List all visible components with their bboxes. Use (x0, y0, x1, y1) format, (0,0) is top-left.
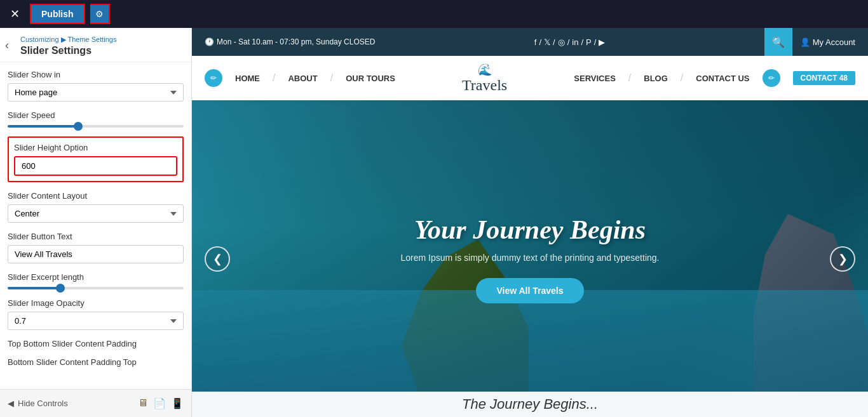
clock-icon: 🕐 (205, 37, 214, 46)
breadcrumb-theme: Theme Settings (67, 36, 116, 43)
website-social-icons: f / 𝕏 / ◎ / in / P / ▶ (534, 37, 606, 47)
social-sep4: / (581, 37, 583, 47)
slider-content-layout-select[interactable]: Center (8, 204, 184, 223)
nav-sep4: / (681, 72, 683, 84)
slider-height-input[interactable] (14, 156, 177, 176)
top-bottom-padding-label: Top Bottom Slider Content Padding (8, 339, 184, 348)
sidebar-footer: ◀ Hide Controls 🖥 📄 📱 (0, 389, 191, 417)
top-bottom-padding-group: Top Bottom Slider Content Padding (8, 339, 184, 348)
slider-excerpt-label: Slider Excerpt length (8, 272, 184, 282)
slider-content-layout-group: Slider Content Layout Center (8, 191, 184, 223)
pinterest-icon[interactable]: P (586, 37, 592, 47)
slider-excerpt-track[interactable] (8, 287, 184, 289)
website-contact-info: 🕐 Mon - Sat 10.am - 07:30 pm, Sunday CLO… (205, 37, 375, 46)
nav-about[interactable]: ABOUT (288, 74, 317, 83)
slider-prev-arrow[interactable]: ❮ (205, 246, 230, 272)
bottom-slider-padding-group: Bottom Slider Content Padding Top (8, 357, 184, 367)
sidebar-title: Slider Settings (20, 45, 184, 56)
preview-area: 🕐 Mon - Sat 10.am - 07:30 pm, Sunday CLO… (192, 28, 868, 417)
back-button[interactable]: ‹ (5, 38, 9, 51)
nav-services[interactable]: SERVICES (574, 74, 616, 83)
breadcrumb: Customizing ▶ Theme Settings (20, 36, 184, 44)
nav-left: ✏ Home / ABOUT / OUR TOURS (205, 69, 395, 87)
nav-sep3: / (628, 72, 631, 84)
hide-controls-button[interactable]: ◀ Hide Controls (8, 399, 68, 408)
edit-pencil-right[interactable]: ✏ (763, 69, 780, 87)
bottom-section-hint: The Journey Begins... (192, 392, 868, 417)
contact-hours: Mon - Sat 10.am - 07:30 pm, Sunday CLOSE… (217, 37, 375, 46)
website-top-right: 🔍 👤 My Account (764, 28, 855, 56)
slider-image-opacity-group: Slider Image Opacity 0.7 (8, 298, 184, 330)
tablet-icon[interactable]: 📄 (153, 397, 166, 409)
account-text: My Account (813, 37, 855, 47)
account-icon: 👤 (800, 37, 810, 47)
youtube-icon[interactable]: ▶ (599, 37, 605, 47)
contact-badge: CONTACT 48 (793, 71, 855, 85)
slider-show-in-group: Slider Show in Home page (8, 70, 184, 102)
social-sep3: / (567, 37, 570, 47)
facebook-icon[interactable]: f (534, 37, 537, 47)
social-sep2: / (553, 37, 555, 47)
customizer-topbar: ✕ Publish ⚙ (0, 0, 868, 28)
slider-excerpt-group: Slider Excerpt length (8, 272, 184, 289)
linkedin-icon[interactable]: in (572, 37, 578, 47)
slider-height-option-group: Slider Height Option (8, 136, 184, 182)
nav-sep1: / (273, 72, 275, 84)
nav-sep2: / (330, 72, 333, 84)
slider-button-text-label: Slider Button Text (8, 232, 184, 241)
bottom-slider-padding-label: Bottom Slider Content Padding Top (8, 357, 184, 367)
slider-image-opacity-select[interactable]: 0.7 (8, 312, 184, 330)
hero-cta-button[interactable]: View All Travels (476, 278, 583, 303)
website-nav: ✏ Home / ABOUT / OUR TOURS 🌊 Travels SER… (192, 56, 868, 100)
breadcrumb-customizing[interactable]: Customizing (20, 36, 59, 43)
edit-pencil-left[interactable]: ✏ (205, 69, 222, 87)
mobile-icon[interactable]: 📱 (171, 397, 184, 409)
breadcrumb-separator: ▶ (61, 36, 68, 43)
slider-button-text-input[interactable] (8, 245, 184, 263)
search-button[interactable]: 🔍 (764, 28, 792, 56)
nav-tours[interactable]: OUR TOURS (346, 74, 395, 83)
slider-speed-group: Slider Speed (8, 110, 184, 128)
nav-blog[interactable]: BLOG (644, 74, 668, 83)
hero-subtitle: Lorem Ipsum is simply dummy text of the … (401, 253, 660, 263)
slider-speed-track[interactable] (8, 125, 184, 128)
sidebar-header: ‹ Customizing ▶ Theme Settings Slider Se… (0, 28, 191, 62)
slider-show-in-label: Slider Show in (8, 70, 184, 79)
website-preview: 🕐 Mon - Sat 10.am - 07:30 pm, Sunday CLO… (192, 28, 868, 417)
nav-right: SERVICES / BLOG / CONTACT US ✏ CONTACT 4… (574, 69, 855, 87)
main-layout: ‹ Customizing ▶ Theme Settings Slider Se… (0, 28, 868, 417)
slider-next-arrow[interactable]: ❯ (830, 246, 855, 272)
slider-content-layout-label: Slider Content Layout (8, 191, 184, 201)
hide-controls-label: Hide Controls (18, 399, 68, 408)
sidebar-content: Slider Show in Home page Slider Speed Sl… (0, 62, 191, 389)
nav-home[interactable]: Home (235, 74, 260, 83)
publish-button[interactable]: Publish (30, 4, 85, 24)
nav-contact[interactable]: CONTACT US (696, 74, 749, 83)
social-sep5: / (594, 37, 597, 47)
slider-height-label: Slider Height Option (14, 143, 177, 152)
customizer-sidebar: ‹ Customizing ▶ Theme Settings Slider Se… (0, 28, 192, 417)
site-logo[interactable]: 🌊 Travels (462, 63, 507, 94)
hero-content: Your Journey Begins Lorem Ipsum is simpl… (192, 100, 868, 417)
instagram-icon[interactable]: ◎ (558, 37, 565, 47)
hero-title: Your Journey Begins (414, 215, 646, 245)
hero-slider: Your Journey Begins Lorem Ipsum is simpl… (192, 100, 868, 417)
close-button[interactable]: ✕ (5, 4, 25, 23)
website-topbar: 🕐 Mon - Sat 10.am - 07:30 pm, Sunday CLO… (192, 28, 868, 56)
desktop-icon[interactable]: 🖥 (138, 397, 148, 409)
twitter-icon[interactable]: 𝕏 (544, 37, 550, 47)
device-icons: 🖥 📄 📱 (138, 397, 184, 409)
social-sep1: / (539, 37, 541, 47)
logo-icon: 🌊 (478, 63, 492, 77)
hide-controls-back-icon: ◀ (8, 399, 14, 408)
publish-gear-button[interactable]: ⚙ (90, 4, 110, 24)
logo-text: Travels (462, 77, 507, 94)
slider-speed-label: Slider Speed (8, 110, 184, 120)
slider-image-opacity-label: Slider Image Opacity (8, 298, 184, 308)
slider-button-text-group: Slider Button Text (8, 232, 184, 263)
slider-show-in-select[interactable]: Home page (8, 83, 184, 102)
my-account-link[interactable]: 👤 My Account (800, 37, 855, 47)
